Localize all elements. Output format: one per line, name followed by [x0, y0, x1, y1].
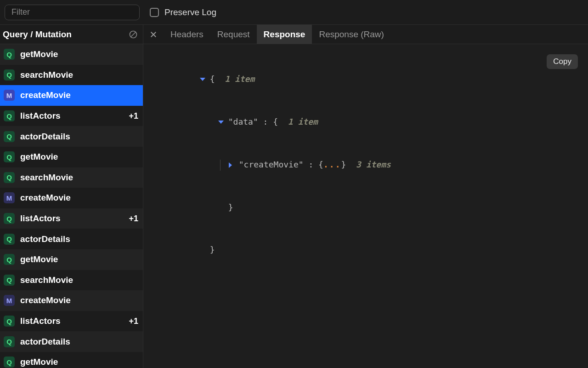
query-badge: Q	[4, 49, 15, 60]
operation-row[interactable]: QlistActors+1	[0, 106, 143, 126]
clear-icon[interactable]	[128, 29, 138, 40]
mutation-badge: M	[4, 295, 15, 306]
toolbar: Preserve Log	[0, 0, 588, 25]
filter-input[interactable]	[5, 5, 140, 20]
operation-row[interactable]: QsearchMovie	[0, 65, 143, 86]
tab-response[interactable]: Response	[257, 25, 312, 44]
operation-name: getMovie	[20, 254, 138, 264]
operation-row[interactable]: McreateMovie	[0, 85, 143, 106]
operation-name: searchMovie	[20, 275, 138, 285]
query-badge: Q	[4, 336, 15, 347]
operation-name: getMovie	[20, 49, 138, 59]
operation-row[interactable]: QgetMovie	[0, 352, 143, 368]
query-badge: Q	[4, 172, 15, 183]
query-badge: Q	[4, 69, 15, 80]
svg-line-1	[131, 32, 136, 37]
sidebar-title: Query / Mutation	[3, 29, 72, 40]
preserve-log-toggle[interactable]: Preserve Log	[150, 7, 216, 17]
operation-name: listActors	[20, 316, 123, 326]
operation-row[interactable]: McreateMovie	[0, 188, 143, 208]
preserve-log-label: Preserve Log	[164, 7, 216, 17]
detail-panel: HeadersRequestResponseResponse (Raw) Cop…	[143, 25, 588, 368]
operation-row[interactable]: QsearchMovie	[0, 167, 143, 188]
tab-response-raw[interactable]: Response (Raw)	[312, 25, 391, 44]
tab-request[interactable]: Request	[210, 25, 257, 44]
operation-name: searchMovie	[20, 70, 138, 80]
operation-row[interactable]: QactorDetails	[0, 229, 143, 249]
mutation-badge: M	[4, 90, 15, 101]
operation-row[interactable]: QgetMovie	[0, 147, 143, 167]
operation-name: createMovie	[20, 90, 138, 100]
operation-name: actorDetails	[20, 132, 138, 142]
query-badge: Q	[4, 151, 15, 162]
copy-button[interactable]: Copy	[547, 54, 578, 69]
query-badge: Q	[4, 316, 15, 327]
operation-sidebar: Query / Mutation QgetMovieQsearchMovieMc…	[0, 25, 143, 368]
operation-extra-count: +1	[129, 214, 138, 224]
operation-name: listActors	[20, 213, 123, 224]
json-line-data-open[interactable]: "data" : { 1 item	[160, 101, 571, 144]
query-badge: Q	[4, 254, 15, 265]
query-badge: Q	[4, 234, 15, 245]
operation-row[interactable]: QsearchMovie	[0, 270, 143, 291]
operation-name: actorDetails	[20, 337, 138, 347]
query-badge: Q	[4, 213, 15, 224]
checkbox-icon	[150, 8, 159, 17]
operation-name: createMovie	[20, 295, 138, 305]
response-body: Copy { 1 item "data" : { 1 item "createM…	[143, 44, 588, 368]
query-badge: Q	[4, 275, 15, 286]
close-icon[interactable]	[143, 25, 164, 44]
operation-extra-count: +1	[129, 316, 138, 326]
chevron-down-icon[interactable]	[218, 121, 224, 124]
chevron-right-icon[interactable]	[229, 162, 232, 168]
mutation-badge: M	[4, 192, 15, 203]
operation-name: getMovie	[20, 357, 138, 367]
operation-name: searchMovie	[20, 172, 138, 183]
operation-list: QgetMovieQsearchMovieMcreateMovieQlistAc…	[0, 44, 143, 368]
sidebar-header: Query / Mutation	[0, 25, 143, 44]
query-badge: Q	[4, 110, 15, 121]
operation-row[interactable]: QlistActors+1	[0, 208, 143, 229]
operation-name: createMovie	[20, 193, 138, 203]
operation-row[interactable]: QactorDetails	[0, 126, 143, 147]
chevron-down-icon[interactable]	[200, 78, 205, 81]
operation-name: listActors	[20, 111, 123, 121]
detail-tabs: HeadersRequestResponseResponse (Raw)	[143, 25, 588, 44]
operation-name: actorDetails	[20, 234, 138, 244]
operation-row[interactable]: QgetMovie	[0, 249, 143, 270]
json-line-child[interactable]: "createMovie" : {...} 3 items	[160, 144, 571, 186]
operation-row[interactable]: QlistActors+1	[0, 311, 143, 332]
tab-headers[interactable]: Headers	[164, 25, 210, 44]
operation-row[interactable]: QactorDetails	[0, 331, 143, 352]
operation-row[interactable]: QgetMovie	[0, 44, 143, 65]
json-line-root-close: }	[160, 229, 571, 271]
operation-name: getMovie	[20, 152, 138, 162]
operation-extra-count: +1	[129, 111, 138, 121]
query-badge: Q	[4, 131, 15, 142]
operation-row[interactable]: McreateMovie	[0, 290, 143, 311]
query-badge: Q	[4, 356, 15, 368]
json-line-root-open[interactable]: { 1 item	[160, 58, 571, 101]
json-line-data-close: }	[160, 186, 571, 229]
